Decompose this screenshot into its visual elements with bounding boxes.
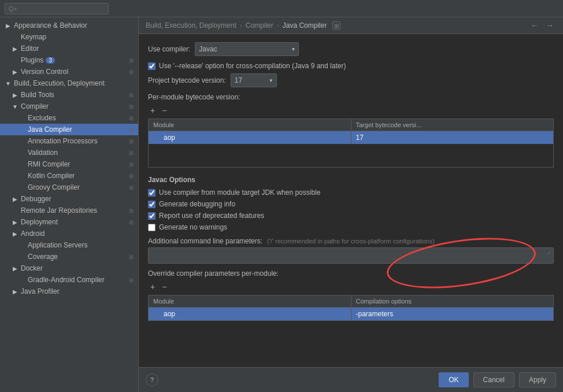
sidebar-spacer-java-compiler	[18, 126, 25, 133]
sidebar-item-gradle-android[interactable]: Gradle-Android Compiler⊞	[0, 274, 138, 286]
override-options-cell: -parameters	[351, 308, 554, 320]
remove-module-btn[interactable]: −	[160, 105, 169, 116]
sidebar-item-rmi-compiler[interactable]: RMI Compiler⊞	[0, 158, 138, 170]
sidebar-item-excludes[interactable]: Excludes⊞	[0, 112, 138, 124]
bytecode-col-version: Target bytecode versi...	[351, 119, 554, 131]
help-button[interactable]: ?	[146, 373, 158, 386]
sidebar-ext-gradle-android: ⊞	[129, 277, 134, 283]
sidebar-ext-excludes: ⊞	[129, 115, 134, 121]
additional-cmd-input[interactable]	[148, 247, 554, 264]
sidebar-spacer-remote-jar	[12, 207, 18, 214]
apply-button[interactable]: Apply	[519, 372, 556, 387]
bytecode-empty-rows	[149, 144, 553, 167]
forward-button[interactable]: →	[543, 21, 556, 30]
breadcrumb-part-1: Build, Execution, Deployment	[146, 21, 236, 29]
sidebar-item-validation[interactable]: Validation⊞	[0, 147, 138, 158]
sidebar-item-deployment[interactable]: ▶Deployment⊞	[0, 216, 138, 228]
sidebar-spacer-excludes	[18, 114, 25, 121]
sidebar-ext-version-control: ⊞	[129, 69, 134, 75]
sidebar-label-excludes: Excludes	[28, 114, 56, 122]
javac-cb-0[interactable]	[148, 189, 155, 197]
javac-cb-3[interactable]	[148, 224, 155, 231]
sidebar-ext-deployment: ⊞	[129, 219, 134, 225]
sidebar-item-android[interactable]: ▶Android	[0, 228, 138, 239]
expand-input-btn[interactable]: ⤢	[547, 250, 551, 256]
sidebar-item-keymap[interactable]: Keymap	[0, 31, 138, 43]
sidebar-arrow-deployment: ▶	[12, 219, 18, 225]
cancel-button[interactable]: Cancel	[473, 372, 514, 387]
bytecode-table-row[interactable]: aop 17	[149, 131, 553, 144]
breadcrumb-sep-1: ›	[240, 21, 242, 29]
per-module-label: Per-module bytecode version:	[148, 93, 554, 101]
bytecode-select-wrapper[interactable]: 17 8 11 21	[231, 73, 277, 87]
sidebar-label-rmi-compiler: RMI Compiler	[28, 160, 70, 168]
ok-button[interactable]: OK	[439, 372, 468, 387]
sidebar-item-version-control[interactable]: ▶Version Control⊞	[0, 66, 138, 77]
cross-compile-row: Use '--release' option for cross-compila…	[148, 62, 554, 70]
cross-compile-checkbox[interactable]	[148, 62, 155, 70]
sidebar-label-annotation-processors: Annotation Processors	[28, 137, 98, 145]
override-table-row[interactable]: aop -parameters	[149, 308, 553, 320]
content-panel: Build, Execution, Deployment › Compiler …	[139, 17, 563, 392]
sidebar-item-build-execution[interactable]: ▼Build, Execution, Deployment	[0, 77, 138, 89]
sidebar-arrow-docker: ▶	[12, 265, 18, 272]
sidebar-arrow-editor: ▶	[12, 45, 18, 52]
bytecode-version-select[interactable]: 17 8 11 21	[231, 73, 277, 87]
sidebar-arrow-android: ▶	[12, 230, 18, 237]
sidebar-arrow-appearance: ▶	[5, 22, 12, 29]
sidebar-item-coverage[interactable]: Coverage⊞	[0, 251, 138, 262]
sidebar-ext-remote-jar: ⊞	[129, 208, 134, 214]
settings-search-input[interactable]	[5, 3, 109, 14]
sidebar-spacer-rmi-compiler	[18, 161, 25, 168]
sidebar-item-app-servers[interactable]: Application Servers	[0, 239, 138, 251]
compiler-select-wrapper[interactable]: Javac Eclipse Ajc	[195, 42, 299, 56]
sidebar-label-debugger: Debugger	[21, 195, 51, 203]
javac-cb-2[interactable]	[148, 212, 155, 220]
sidebar-item-remote-jar[interactable]: Remote Jar Repositories⊞	[0, 205, 138, 216]
sidebar-item-debugger[interactable]: ▶Debugger	[0, 193, 138, 205]
sidebar-item-annotation-processors[interactable]: Annotation Processors⊞	[0, 135, 138, 147]
sidebar-item-java-compiler[interactable]: Java Compiler⊞	[0, 124, 138, 135]
sidebar-item-plugins[interactable]: Plugins3⊞	[0, 54, 138, 66]
sidebar-spacer-keymap	[12, 34, 18, 40]
sidebar: ▶Appearance & BehaviorKeymap▶EditorPlugi…	[0, 17, 139, 392]
javac-cb-label-3: Generate no warnings	[159, 223, 227, 231]
compiler-select[interactable]: Javac Eclipse Ajc	[195, 42, 299, 56]
add-override-btn[interactable]: +	[148, 281, 157, 293]
add-module-btn[interactable]: +	[148, 105, 157, 116]
content-wrapper: Use compiler: Javac Eclipse Ajc Use '--r…	[139, 34, 563, 392]
sidebar-item-appearance[interactable]: ▶Appearance & Behavior	[0, 20, 138, 31]
sidebar-item-docker[interactable]: ▶Docker	[0, 262, 138, 274]
override-label: Override compiler parameters per-module:	[148, 269, 554, 278]
bytecode-module-cell: aop	[149, 131, 351, 144]
sidebar-ext-compiler: ⊞	[129, 103, 134, 110]
bytecode-module-table: Module Target bytecode versi... aop 17	[148, 119, 554, 168]
override-table-container-wrapper: Module Compilation options aop -paramete…	[148, 295, 554, 321]
sidebar-item-build-tools[interactable]: ▶Build Tools⊞	[0, 89, 138, 101]
sidebar-badge-plugins: 3	[46, 57, 55, 64]
bytecode-version-cell: 17	[351, 131, 554, 144]
javac-cb-row-1: Generate debugging info	[148, 200, 554, 208]
title-bar	[0, 0, 563, 17]
bottom-bar: ? OK Cancel Apply	[139, 367, 563, 392]
sidebar-label-android: Android	[21, 230, 45, 238]
sidebar-arrow-compiler: ▼	[12, 103, 18, 110]
javac-cb-1[interactable]	[148, 201, 155, 208]
module-icon	[153, 134, 160, 141]
sidebar-item-editor[interactable]: ▶Editor	[0, 43, 138, 54]
sidebar-ext-annotation-processors: ⊞	[129, 138, 134, 145]
back-button[interactable]: ←	[528, 21, 541, 30]
sidebar-label-app-servers: Application Servers	[28, 241, 87, 249]
sidebar-label-remote-jar: Remote Jar Repositories	[21, 206, 97, 215]
settings-body: Use compiler: Javac Eclipse Ajc Use '--r…	[139, 34, 563, 367]
sidebar-item-groovy-compiler[interactable]: Groovy Compiler⊞	[0, 182, 138, 193]
sidebar-label-java-compiler: Java Compiler	[28, 125, 72, 134]
sidebar-item-java-profiler[interactable]: ▶Java Profiler	[0, 286, 138, 297]
remove-override-btn[interactable]: −	[160, 281, 169, 293]
breadcrumb-sep-2: ›	[277, 21, 279, 29]
breadcrumb: Build, Execution, Deployment › Compiler …	[139, 17, 563, 34]
sidebar-item-compiler[interactable]: ▼Compiler⊞	[0, 101, 138, 112]
sidebar-item-kotlin-compiler[interactable]: Kotlin Compiler⊞	[0, 170, 138, 182]
use-compiler-label: Use compiler:	[148, 45, 190, 53]
override-module-cell: aop	[149, 308, 351, 320]
